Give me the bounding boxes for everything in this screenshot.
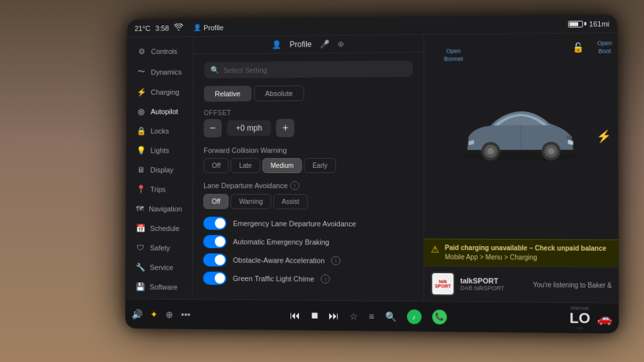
mic-icon[interactable]: 🎤	[319, 39, 329, 49]
elda-label: Emergency Lane Departure Avoidance	[233, 219, 356, 228]
sidebar-item-safety[interactable]: 🛡 Safety	[128, 239, 190, 257]
right-panel: OpenBonnet OpenBoot 🔓 ⚡	[423, 33, 618, 303]
svg-rect-8	[566, 136, 572, 139]
sidebar-label: Schedule	[150, 224, 180, 232]
sidebar-item-controls[interactable]: ⚙ Controls	[129, 42, 190, 61]
locks-icon: 🔒	[136, 126, 146, 136]
spotify-icon[interactable]: ♪	[407, 309, 421, 324]
controls-icon: ⚙	[137, 47, 146, 56]
battery-range: 161mi	[589, 20, 610, 28]
bottom-center: ⏮ ■ ⏭ ☆ ≡ 🔍 ♪ 📞	[209, 307, 531, 325]
fcw-label: Forward Collision Warning	[203, 146, 413, 154]
car-view-area: OpenBonnet OpenBoot 🔓 ⚡	[424, 33, 618, 240]
sidebar-item-trips[interactable]: 📍 Trips	[128, 180, 190, 199]
dots-menu[interactable]: •••	[181, 309, 190, 320]
open-bonnet-label[interactable]: OpenBonnet	[444, 47, 463, 63]
media-next-icon[interactable]: ⏭	[329, 310, 339, 322]
tesla-screen: 21°C 3:58 👤 Profile	[125, 14, 619, 334]
search-media-icon[interactable]: 🔍	[385, 311, 396, 321]
warning-title: Paid charging unavailable – Check unpaid…	[445, 244, 606, 253]
fcw-late[interactable]: Late	[230, 158, 260, 173]
dynamics-icon: 〜	[137, 66, 146, 78]
sidebar-item-software[interactable]: 💾 Software	[128, 278, 190, 296]
warning-banner: ⚠ Paid charging unavailable – Check unpa…	[424, 238, 618, 267]
main-area: ⚙ Controls 〜 Dynamics ⚡ Charging ◎ Autop…	[125, 33, 618, 303]
eq-icon[interactable]: ≡	[369, 311, 374, 321]
offset-minus-button[interactable]: −	[203, 119, 221, 138]
sidebar-item-display[interactable]: 🖥 Display	[128, 161, 190, 179]
warning-triangle-icon: ⚠	[431, 244, 439, 255]
safety-icon: 🛡	[136, 243, 145, 252]
speed-display: Manual LO ○○	[570, 305, 591, 331]
sidebar-item-lights[interactable]: 💡 Lights	[129, 142, 190, 160]
sidebar-label: Charging	[151, 88, 179, 96]
media-prev-icon[interactable]: ⏮	[290, 309, 301, 321]
fcw-off[interactable]: Off	[203, 158, 228, 173]
favorite-icon[interactable]: ☆	[350, 311, 358, 321]
lda-label: Lane Departure Avoidance i	[203, 181, 413, 190]
phone-icon[interactable]: 📞	[432, 309, 446, 324]
search-icon-small: 🔍	[211, 66, 220, 74]
trips-icon: 📍	[136, 185, 146, 194]
sidebar-item-autopilot[interactable]: ◎ Autopilot	[129, 102, 190, 120]
lda-warning[interactable]: Warning	[230, 194, 271, 209]
car-status-icon[interactable]: 🚗	[597, 311, 612, 326]
sidebar-item-navigation[interactable]: 🗺 Navigation	[128, 199, 190, 218]
lights-icon: 💡	[136, 146, 146, 155]
aeb-toggle[interactable]	[203, 235, 227, 248]
offset-plus-button[interactable]: +	[277, 119, 295, 138]
station-logo: talkSPORT	[431, 272, 454, 296]
gtlc-toggle[interactable]	[203, 272, 226, 285]
lda-info-icon[interactable]: i	[290, 181, 300, 190]
sidebar-label: Software	[149, 283, 177, 291]
bottom-left: 🔊 ✦ ⊕ •••	[132, 309, 209, 320]
lda-group: Off Warning Assist	[203, 194, 413, 210]
elda-toggle[interactable]	[203, 217, 227, 230]
screen-inner: 21°C 3:58 👤 Profile	[125, 14, 619, 334]
sidebar-item-charging[interactable]: ⚡ Charging	[129, 83, 190, 101]
profile-area[interactable]: 👤 Profile	[194, 24, 224, 32]
sidebar-label: Locks	[151, 127, 169, 135]
sidebar-item-schedule[interactable]: 📅 Schedule	[128, 219, 190, 238]
volume-icon[interactable]: 🔊	[132, 309, 143, 319]
sub-profile-header: 👤 Profile 🎤 ⊕	[194, 35, 423, 55]
search-bar[interactable]: 🔍 Select Setting	[204, 61, 413, 78]
autopilot-icon: ◎	[137, 107, 146, 116]
gtlc-info-icon[interactable]: i	[321, 274, 330, 284]
tab-relative[interactable]: Relative	[204, 86, 252, 101]
sidebar-label: Safety	[150, 244, 170, 252]
sidebar: ⚙ Controls 〜 Dynamics ⚡ Charging ◎ Autop…	[125, 37, 194, 299]
software-icon: 💾	[136, 282, 145, 292]
svg-point-3	[487, 147, 494, 154]
settings-content: 🔍 Select Setting Relative Absolute Offse…	[193, 53, 424, 299]
toggle-gtlc: Green Traffic Light Chime i	[203, 272, 413, 286]
gtlc-label: Green Traffic Light Chime	[232, 274, 314, 283]
fcw-early[interactable]: Early	[304, 158, 336, 173]
bluetooth-status-icon[interactable]: ⊕	[165, 309, 173, 319]
sidebar-item-service[interactable]: 🔧 Service	[128, 258, 190, 276]
apps-icon[interactable]: ✦	[150, 309, 158, 319]
lock-status-icon[interactable]: 🔓	[572, 41, 583, 53]
fcw-medium[interactable]: Medium	[262, 158, 302, 173]
car-interior: 21°C 3:58 👤 Profile	[0, 0, 644, 362]
open-boot-label[interactable]: OpenBoot	[597, 39, 612, 55]
battery-indicator: 161mi	[568, 20, 610, 28]
sidebar-item-dynamics[interactable]: 〜 Dynamics	[129, 61, 190, 82]
sidebar-item-locks[interactable]: 🔒 Locks	[129, 122, 190, 140]
oaa-toggle[interactable]	[203, 253, 226, 267]
media-play-icon[interactable]: ■	[311, 309, 318, 323]
fcw-group: Off Late Medium Early	[203, 158, 413, 173]
tab-absolute[interactable]: Absolute	[254, 86, 304, 101]
sub-profile-icon: 👤	[272, 40, 282, 49]
display-icon: 🖥	[136, 165, 146, 174]
aeb-label: Automatic Emergency Braking	[233, 238, 329, 246]
lda-assist[interactable]: Assist	[273, 194, 308, 209]
profile-label: Profile	[203, 24, 223, 32]
oaa-info-icon[interactable]: i	[331, 256, 340, 265]
bluetooth-icon[interactable]: ⊕	[337, 39, 344, 49]
sidebar-label: Trips	[150, 186, 165, 194]
sidebar-label: Controls	[151, 47, 177, 55]
bottom-right: Manual LO ○○ 🚗	[531, 305, 612, 331]
lda-off[interactable]: Off	[203, 194, 228, 209]
station-info: talkSPORT DAB talkSPORT	[460, 276, 527, 292]
